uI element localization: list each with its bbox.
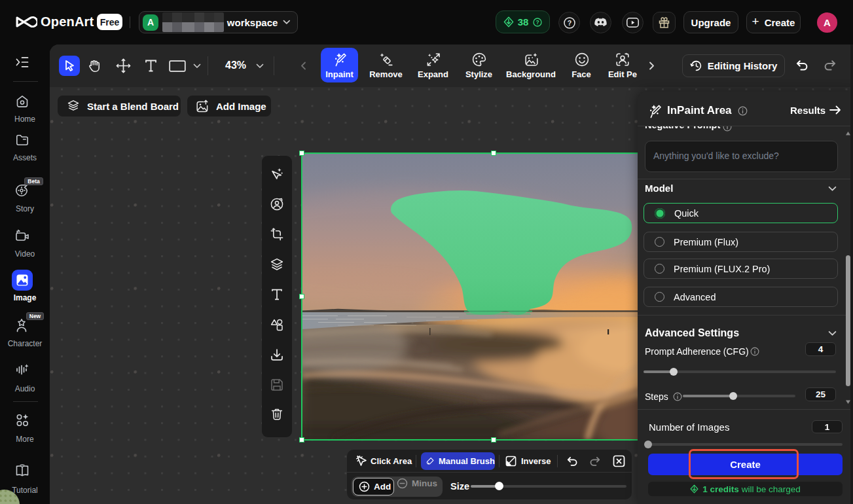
svg-text:?: ? (536, 19, 539, 26)
svg-text:?: ? (567, 18, 571, 26)
